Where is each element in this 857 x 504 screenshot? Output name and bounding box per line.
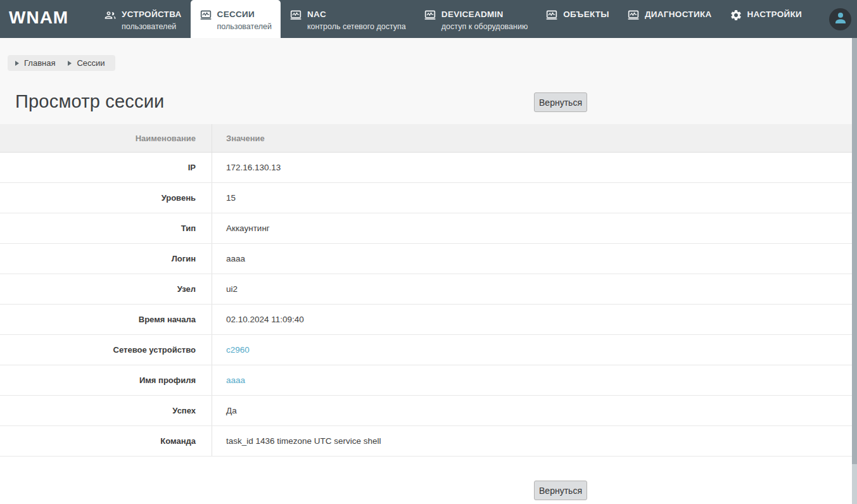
breadcrumb-item[interactable]: Главная	[15, 58, 55, 68]
chart-icon	[627, 9, 640, 22]
row-value: Аккаунтинг	[212, 224, 857, 233]
nav-item-sublabel: пользователей	[217, 22, 272, 31]
row-label: Время начала	[0, 305, 212, 334]
nav-item-label: ОБЪЕКТЫ	[563, 9, 609, 19]
chart-icon	[424, 9, 436, 22]
nav-item-settings[interactable]: НАСТРОЙКИ	[721, 0, 811, 38]
table-row: Имя профиля aaaa	[0, 365, 857, 396]
row-value: ui2	[212, 284, 857, 294]
table-header-row: Наименование Значение	[0, 124, 857, 153]
row-label: Успех	[0, 396, 212, 425]
chart-icon	[200, 9, 212, 22]
table-row: Узел ui2	[0, 274, 857, 305]
table-row: Успех Да	[0, 396, 857, 426]
chart-icon	[545, 9, 558, 22]
nav-item-nac[interactable]: NAC контроль сетевого доступа	[281, 0, 415, 38]
column-header-value: Значение	[212, 124, 857, 152]
nav-item-label: ДИАГНОСТИКА	[645, 9, 712, 19]
row-label: Тип	[0, 213, 212, 243]
people-icon	[104, 9, 117, 22]
nav-item-objects[interactable]: ОБЪЕКТЫ	[536, 0, 618, 38]
row-label: Команда	[0, 426, 212, 456]
table-row: Команда task_id 1436 timezone UTC servic…	[0, 426, 857, 457]
nav-item-label: УСТРОЙСТВА	[122, 9, 182, 19]
session-detail-table: Наименование Значение IP 172.16.130.13 У…	[0, 124, 857, 457]
row-label: IP	[0, 153, 212, 182]
nav-item-sublabel: контроль сетевого доступа	[307, 22, 406, 31]
breadcrumb-item-label: Сессии	[77, 58, 105, 68]
row-value: 172.16.130.13	[212, 163, 857, 172]
row-value: aaaa	[212, 254, 857, 263]
brand-logo[interactable]: WNAM	[0, 0, 95, 38]
table-row: Логин aaaa	[0, 244, 857, 274]
column-header-name: Наименование	[0, 124, 212, 152]
breadcrumb-arrow-icon	[15, 61, 19, 66]
row-value: task_id 1436 timezone UTC service shell	[212, 436, 857, 446]
top-navbar: WNAM УСТРОЙСТВА пользователей СЕССИИ	[0, 0, 857, 38]
page-header-strip: Главная Сессии Просмотр сессии	[0, 38, 857, 124]
row-label: Узел	[0, 274, 212, 304]
table-row: Время начала 02.10.2024 11:09:40	[0, 305, 857, 335]
back-button-top[interactable]: Вернуться	[534, 92, 587, 112]
row-value-link[interactable]: aaaa	[212, 375, 857, 385]
user-avatar[interactable]	[829, 8, 851, 30]
nav-items: УСТРОЙСТВА пользователей СЕССИИ пользова…	[95, 0, 811, 38]
row-value: 02.10.2024 11:09:40	[212, 315, 857, 324]
gear-icon	[730, 9, 742, 22]
chart-icon	[289, 9, 302, 22]
breadcrumb: Главная Сессии	[8, 55, 115, 71]
page-title: Просмотр сессии	[15, 91, 165, 112]
row-label: Уровень	[0, 183, 212, 213]
breadcrumb-item-label: Главная	[24, 58, 55, 68]
nav-item-sublabel: доступ к оборудованию	[441, 22, 528, 31]
row-value: Да	[212, 406, 857, 415]
table-row: Сетевое устройство c2960	[0, 335, 857, 365]
breadcrumb-item[interactable]: Сессии	[68, 58, 105, 68]
nav-item-deviceadmin[interactable]: DEVICEADMIN доступ к оборудованию	[415, 0, 536, 38]
row-label: Имя профиля	[0, 365, 212, 395]
nav-item-label: НАСТРОЙКИ	[747, 9, 803, 19]
nav-item-label: NAC	[307, 9, 406, 19]
nav-item-label: СЕССИИ	[217, 9, 272, 19]
nav-item-devices[interactable]: УСТРОЙСТВА пользователей	[95, 0, 191, 38]
table-row: IP 172.16.130.13	[0, 153, 857, 183]
table-body: IP 172.16.130.13 Уровень 15 Тип Аккаунти…	[0, 153, 857, 457]
nav-item-sessions[interactable]: СЕССИИ пользователей	[191, 0, 281, 38]
back-button-bottom[interactable]: Вернуться	[534, 481, 587, 500]
nav-item-diagnostics[interactable]: ДИАГНОСТИКА	[618, 0, 721, 38]
scrollbar-track[interactable]	[852, 38, 857, 504]
avatar-person-icon	[833, 10, 848, 28]
breadcrumb-arrow-icon	[68, 61, 72, 66]
row-value: 15	[212, 193, 857, 203]
nav-item-sublabel: пользователей	[122, 22, 182, 31]
row-label: Сетевое устройство	[0, 335, 212, 365]
scrollbar-thumb[interactable]	[852, 38, 857, 464]
table-row: Уровень 15	[0, 183, 857, 213]
nav-item-label: DEVICEADMIN	[441, 9, 528, 19]
row-value-link[interactable]: c2960	[212, 345, 857, 355]
table-row: Тип Аккаунтинг	[0, 213, 857, 244]
row-label: Логин	[0, 244, 212, 274]
